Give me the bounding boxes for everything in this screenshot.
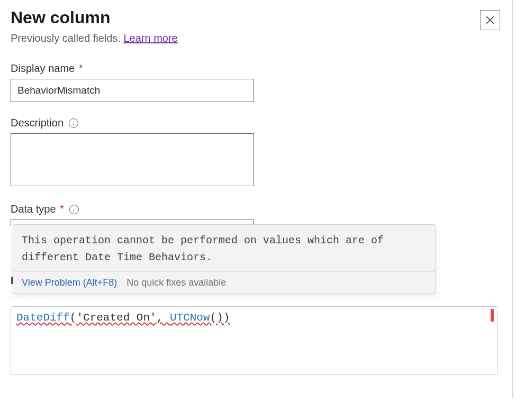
tooltip-actions: View Problem (Alt+F8) No quick fixes ava… [13,272,436,294]
required-asterisk: * [79,63,83,74]
data-type-label-row: Data type * i [11,203,505,215]
page-title: New column [11,8,110,28]
no-quick-fix-text: No quick fixes available [126,277,226,288]
subtitle: Previously called fields. Learn more [11,32,505,44]
token-paren-close: ) [223,312,230,324]
info-icon[interactable]: i [69,118,78,128]
token-paren-close2: ) [216,312,223,324]
description-label-row: Description i [11,117,505,129]
formula-line: DateDiff('Created On', UTCNow()) [16,310,492,325]
learn-more-link[interactable]: Learn more [123,32,177,44]
data-type-label: Data type [11,203,56,215]
description-input[interactable] [11,133,254,186]
scrollbar-track[interactable] [512,0,513,398]
token-paren-open2: ( [210,312,217,324]
required-asterisk: * [60,204,64,215]
description-field: Description i [11,117,505,188]
token-func-utcnow: UTCNow [170,312,210,324]
token-string-createdon: 'Created On' [76,312,156,324]
close-button[interactable] [480,10,500,30]
data-type-field: Data type * i F This operation cannot be… [11,203,505,375]
error-message: This operation cannot be performed on va… [13,225,436,272]
formula-editor[interactable]: DateDiff('Created On', UTCNow()) [11,306,497,375]
token-func-datediff: DateDiff [16,312,70,324]
header: New column [11,8,505,30]
close-icon [485,15,495,25]
token-paren-open: ( [70,312,77,324]
display-name-field: Display name * [11,62,505,102]
editor-cursor-indicator [491,309,494,322]
error-tooltip: This operation cannot be performed on va… [13,224,436,294]
view-problem-link[interactable]: View Problem (Alt+F8) [22,277,117,288]
display-name-label: Display name [11,62,75,75]
info-icon[interactable]: i [69,205,79,214]
display-name-input[interactable] [11,79,254,102]
display-name-label-row: Display name * [11,62,505,75]
token-comma: , [157,312,170,324]
description-label: Description [11,117,64,129]
subtitle-text: Previously called fields. [11,32,123,44]
